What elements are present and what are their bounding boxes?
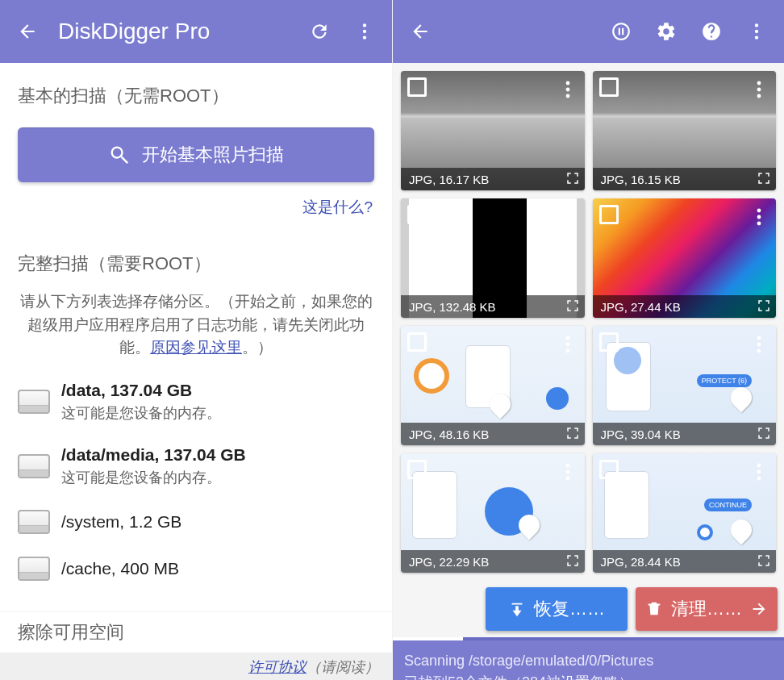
svg-point-16 — [757, 215, 761, 219]
svg-point-1 — [363, 30, 366, 33]
thumbnail-card[interactable]: PROTECT (6) JPG, 39.04 KB — [593, 326, 777, 445]
svg-point-0 — [363, 23, 366, 27]
thumbnail-grid[interactable]: JPG, 16.17 KB JPG, 16.15 KB JPG, 132.48 … — [393, 63, 784, 581]
reason-link[interactable]: 原因参见这里 — [150, 339, 242, 356]
thumbnail-card[interactable]: JPG, 22.29 KB — [401, 453, 585, 573]
svg-point-20 — [565, 349, 569, 353]
svg-point-19 — [565, 343, 569, 347]
select-checkbox[interactable] — [407, 205, 427, 224]
drive-list: /data, 137.04 GB 这可能是您设备的内存。 /data/media… — [0, 365, 392, 592]
more-icon[interactable] — [345, 12, 384, 51]
action-bar: 恢复…… 清理…… — [393, 581, 784, 637]
thumb-more-icon[interactable] — [750, 208, 768, 226]
svg-point-15 — [757, 209, 761, 213]
fullscreen-icon[interactable] — [565, 171, 580, 186]
fullscreen-icon[interactable] — [565, 298, 580, 313]
svg-point-5 — [755, 35, 758, 39]
thumb-label: JPG, 16.15 KB — [601, 173, 681, 186]
select-checkbox[interactable] — [599, 460, 619, 479]
start-basic-scan-label: 开始基本照片扫描 — [142, 143, 284, 167]
fullscreen-icon[interactable] — [757, 298, 771, 313]
svg-point-18 — [565, 336, 569, 340]
svg-point-22 — [757, 343, 761, 347]
right-pane: JPG, 16.17 KB JPG, 16.15 KB JPG, 132.48 … — [392, 0, 784, 680]
svg-point-13 — [565, 215, 569, 219]
drive-item[interactable]: /data, 137.04 GB 这可能是您设备的内存。 — [8, 369, 384, 434]
svg-point-4 — [755, 30, 758, 33]
thumb-label: JPG, 132.48 KB — [409, 300, 496, 314]
left-toolbar: DiskDigger Pro — [0, 0, 392, 63]
svg-point-14 — [565, 222, 569, 226]
left-body: 基本的扫描（无需ROOT） 开始基本照片扫描 这是什么? 完整扫描（需要ROOT… — [0, 63, 392, 680]
thumbnail-card[interactable]: JPG, 132.48 KB — [401, 198, 585, 318]
thumbnail-card[interactable]: JPG, 16.17 KB — [401, 71, 585, 190]
svg-point-3 — [755, 23, 758, 27]
fullscreen-icon[interactable] — [565, 426, 580, 440]
pause-icon[interactable] — [602, 12, 640, 51]
full-scan-hint: 请从下方列表选择存储分区。（开始之前，如果您的超级用户应用程序启用了日志功能，请… — [0, 284, 392, 365]
drive-item[interactable]: /cache, 400 MB — [8, 545, 384, 592]
clean-button[interactable]: 清理…… — [636, 587, 778, 631]
svg-point-27 — [757, 464, 761, 468]
drive-icon — [18, 454, 50, 478]
thumbnail-card[interactable]: JPG, 16.15 KB — [593, 71, 777, 190]
thumb-label: JPG, 22.29 KB — [409, 555, 489, 569]
fullscreen-icon[interactable] — [757, 171, 771, 186]
back-icon[interactable] — [8, 12, 47, 51]
thumb-label: JPG, 48.16 KB — [409, 428, 489, 441]
right-body: JPG, 16.17 KB JPG, 16.15 KB JPG, 132.48 … — [393, 63, 784, 680]
left-pane: DiskDigger Pro 基本的扫描（无需ROOT） 开始基本照片扫描 这是… — [0, 0, 392, 680]
svg-point-28 — [757, 470, 761, 474]
help-icon[interactable] — [692, 12, 731, 51]
status-bar: Scanning /storage/emulated/0/Pictures 已找… — [393, 640, 784, 680]
svg-point-2 — [363, 35, 366, 39]
license-link[interactable]: 许可协议 — [248, 659, 307, 675]
thumb-label: JPG, 16.17 KB — [409, 173, 489, 186]
drive-path: /data/media, 137.04 GB — [61, 445, 246, 465]
thumb-more-icon[interactable] — [750, 81, 768, 98]
svg-point-25 — [565, 470, 569, 474]
status-line-2: 已找到52个文件（284被设置忽略） — [404, 672, 773, 680]
more-icon[interactable] — [737, 12, 776, 51]
svg-point-10 — [757, 88, 761, 92]
select-checkbox[interactable] — [407, 77, 427, 97]
thumb-more-icon[interactable] — [559, 208, 577, 226]
what-is-this-link[interactable]: 这是什么? — [0, 187, 392, 224]
drive-icon — [18, 557, 50, 581]
svg-point-24 — [565, 464, 569, 468]
select-checkbox[interactable] — [599, 77, 619, 97]
svg-point-11 — [757, 94, 761, 98]
thumbnail-card[interactable]: JPG, 48.16 KB — [401, 326, 585, 445]
start-basic-scan-button[interactable]: 开始基本照片扫描 — [18, 127, 374, 182]
thumb-more-icon[interactable] — [750, 336, 768, 353]
fullscreen-icon[interactable] — [565, 553, 580, 568]
gear-icon[interactable] — [647, 12, 686, 51]
drive-desc: 这可能是您设备的内存。 — [61, 403, 221, 423]
select-checkbox[interactable] — [407, 332, 427, 352]
refresh-icon[interactable] — [300, 12, 339, 51]
arrow-right-icon — [750, 600, 768, 618]
thumb-more-icon[interactable] — [559, 336, 577, 353]
back-icon[interactable] — [401, 12, 440, 51]
progress-bar — [393, 637, 784, 640]
drive-item[interactable]: /data/media, 137.04 GB 这可能是您设备的内存。 — [8, 434, 384, 499]
thumb-more-icon[interactable] — [750, 463, 768, 481]
svg-point-23 — [757, 349, 761, 353]
thumbnail-card[interactable]: CONTINUE JPG, 28.44 KB — [593, 453, 777, 573]
thumbnail-card[interactable]: JPG, 27.44 KB — [593, 198, 777, 318]
select-checkbox[interactable] — [599, 205, 619, 224]
thumb-more-icon[interactable] — [559, 81, 577, 98]
svg-point-21 — [757, 336, 761, 340]
select-checkbox[interactable] — [407, 460, 427, 479]
right-toolbar — [393, 0, 784, 63]
fullscreen-icon[interactable] — [757, 426, 771, 440]
fullscreen-icon[interactable] — [757, 553, 771, 568]
svg-point-6 — [565, 81, 569, 86]
svg-point-17 — [757, 222, 761, 226]
restore-button[interactable]: 恢复…… — [486, 587, 628, 631]
status-settings-link[interactable]: 设置 — [561, 674, 590, 680]
thumb-more-icon[interactable] — [559, 463, 577, 481]
drive-item[interactable]: /system, 1.2 GB — [8, 499, 384, 545]
status-line-1: Scanning /storage/emulated/0/Pictures — [404, 650, 773, 672]
select-checkbox[interactable] — [599, 332, 619, 352]
